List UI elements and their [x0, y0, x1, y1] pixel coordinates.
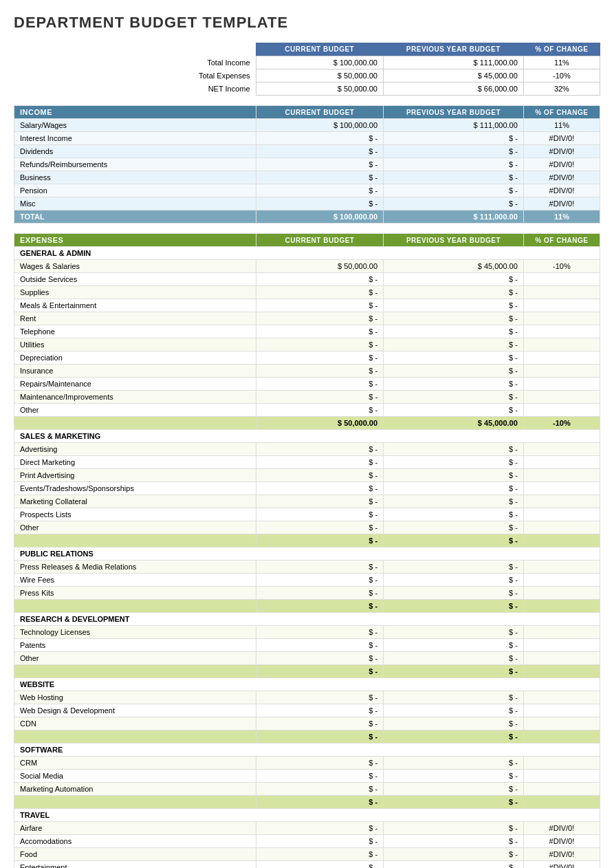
- income-row: Interest Income $ - $ - #DIV/0!: [14, 132, 600, 145]
- income-row: Salary/Wages $ 100,000.00 $ 111,000.00 1…: [14, 119, 600, 132]
- income-section-header: INCOME CURRENT BUDGET PREVIOUS YEAR BUDG…: [14, 106, 600, 119]
- expense-row: Print Advertising $ - $ -: [14, 469, 600, 482]
- expense-row: Food $ - $ - #DIV/0!: [14, 848, 600, 861]
- expense-row: Other $ - $ -: [14, 521, 600, 534]
- travel-header: TRAVEL: [14, 809, 600, 822]
- expense-row: Web Design & Development $ - $ -: [14, 704, 600, 717]
- expense-row: Social Media $ - $ -: [14, 770, 600, 783]
- sales-marketing-total-row: $ - $ -: [14, 534, 600, 547]
- expense-row: Press Releases & Media Relations $ - $ -: [14, 561, 600, 574]
- research-development-total-row: $ - $ -: [14, 665, 600, 678]
- expense-row: Marketing Automation $ - $ -: [14, 783, 600, 796]
- software-total-row: $ - $ -: [14, 796, 600, 809]
- website-header: WEBSITE: [14, 678, 600, 691]
- income-row: Pension $ - $ - #DIV/0!: [14, 184, 600, 197]
- expense-row: Direct Marketing $ - $ -: [14, 456, 600, 469]
- expense-row: Outside Services $ - $ -: [14, 273, 600, 286]
- summary-row-expenses: Total Expenses $ 50,000.00 $ 45,000.00 -…: [14, 69, 600, 83]
- page-title: DEPARTMENT BUDGET TEMPLATE: [14, 14, 600, 32]
- website-total-row: $ - $ -: [14, 730, 600, 744]
- summary-row-income: Total Income $ 100,000.00 $ 111,000.00 1…: [14, 56, 600, 69]
- expense-row: Accomodations $ - $ - #DIV/0!: [14, 835, 600, 848]
- expense-row: Insurance $ - $ -: [14, 365, 600, 378]
- public-relations-total-row: $ - $ -: [14, 600, 600, 613]
- expense-row: Utilities $ - $ -: [14, 338, 600, 351]
- summary-header-current: CURRENT BUDGET: [256, 43, 383, 56]
- income-row: Refunds/Reimbursements $ - $ - #DIV/0!: [14, 158, 600, 171]
- summary-header-change: % OF CHANGE: [523, 43, 600, 56]
- income-table: INCOME CURRENT BUDGET PREVIOUS YEAR BUDG…: [14, 105, 600, 224]
- expense-row: Telephone $ - $ -: [14, 325, 600, 338]
- expense-row: Meals & Entertainment $ - $ -: [14, 299, 600, 312]
- expense-row: Rent $ - $ -: [14, 312, 600, 325]
- income-row: Misc $ - $ - #DIV/0!: [14, 197, 600, 210]
- summary-table: CURRENT BUDGET PREVIOUS YEAR BUDGET % OF…: [14, 43, 600, 96]
- income-row: Business $ - $ - #DIV/0!: [14, 171, 600, 184]
- expense-row: Depreciation $ - $ -: [14, 351, 600, 365]
- software-header: SOFTWARE: [14, 744, 600, 757]
- expense-row: CDN $ - $ -: [14, 717, 600, 730]
- expense-row: Other $ - $ -: [14, 652, 600, 665]
- expense-row: Marketing Collateral $ - $ -: [14, 495, 600, 508]
- expense-row: Supplies $ - $ -: [14, 286, 600, 299]
- expense-row: Patents $ - $ -: [14, 639, 600, 652]
- sales-marketing-header: SALES & MARKETING: [14, 430, 600, 443]
- expenses-section-header: EXPENSES CURRENT BUDGET PREVIOUS YEAR BU…: [14, 234, 600, 247]
- expense-row: Entertainment $ - $ - #DIV/0!: [14, 861, 600, 869]
- income-total-row: TOTAL $ 100,000.00 $ 111,000.00 11%: [14, 210, 600, 224]
- expense-row: CRM $ - $ -: [14, 757, 600, 770]
- expense-row: Events/Tradeshows/Sponsorships $ - $ -: [14, 482, 600, 495]
- expense-row: Advertising $ - $ -: [14, 443, 600, 456]
- expense-row: Repairs/Maintenance $ - $ -: [14, 378, 600, 391]
- summary-header-previous: PREVIOUS YEAR BUDGET: [383, 43, 523, 56]
- expense-row: Web Hosting $ - $ -: [14, 691, 600, 704]
- expense-row: Wire Fees $ - $ -: [14, 574, 600, 587]
- expense-row: Airfare $ - $ - #DIV/0!: [14, 822, 600, 835]
- expense-row: Technology Licenses $ - $ -: [14, 626, 600, 639]
- expenses-table: EXPENSES CURRENT BUDGET PREVIOUS YEAR BU…: [14, 233, 600, 868]
- expense-row: Wages & Salaries $ 50,000.00 $ 45,000.00…: [14, 260, 600, 273]
- public-relations-header: PUBLIC RELATIONS: [14, 547, 600, 561]
- summary-row-net: NET Income $ 50,000.00 $ 66,000.00 32%: [14, 83, 600, 96]
- expense-row: Maintenance/Improvements $ - $ -: [14, 391, 600, 404]
- general-admin-header: GENERAL & ADMIN: [14, 247, 600, 260]
- expense-row: Prospects Lists $ - $ -: [14, 508, 600, 521]
- general-admin-total-row: $ 50,000.00 $ 45,000.00 -10%: [14, 417, 600, 430]
- expense-row: Other $ - $ -: [14, 404, 600, 417]
- income-row: Dividends $ - $ - #DIV/0!: [14, 145, 600, 158]
- expense-row: Press Kits $ - $ -: [14, 587, 600, 600]
- research-development-header: RESEARCH & DEVELOPMENT: [14, 613, 600, 626]
